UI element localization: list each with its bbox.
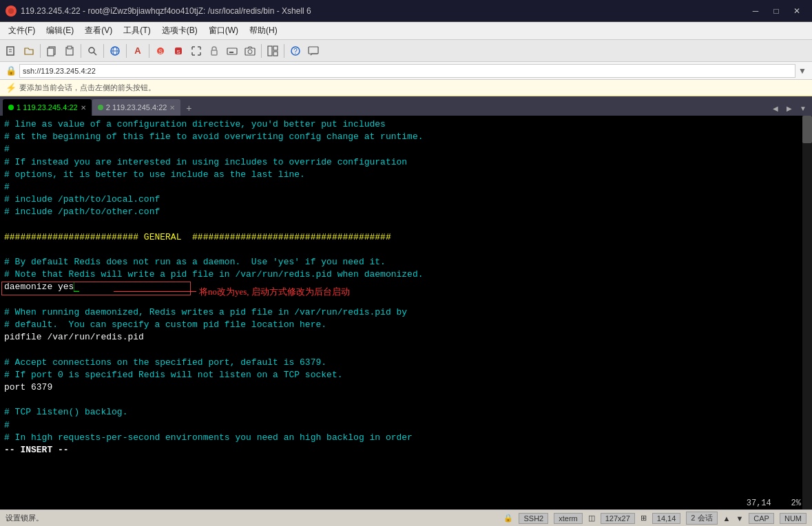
status-right: 🔒 SSH2 xterm ◫ 127x27 ⊞ 14,14 2 会话 ▲ ▼ C… [503,512,806,525]
toolbar-s1[interactable]: S [152,43,169,59]
tab-add-button[interactable]: + [181,101,196,116]
toolbar-fullscreen[interactable] [188,43,205,59]
tab-1-dot [8,105,14,110]
toolbar-paste[interactable] [61,43,78,59]
info-bar: ⚡ 要添加当前会话，点击左侧的箭头按钮。 [0,80,812,96]
svg-rect-7 [67,46,72,49]
status-size-icon: ◫ [588,514,595,523]
menu-file[interactable]: 文件(F) [3,23,41,38]
menu-view[interactable]: 查看(V) [79,23,118,38]
status-ssh-icon: 🔒 [503,514,513,523]
svg-text:S: S [158,48,163,55]
tab-1[interactable]: 1 119.23.245.4:22 ✕ [3,99,92,116]
status-protocol: SSH2 [519,513,548,524]
status-bar: 设置锁屏。 🔒 SSH2 xterm ◫ 127x27 ⊞ 14,14 2 会话… [0,509,812,526]
tab-2-label: 2 119.23.245.4:22 [106,103,167,112]
title-bar-left: 119.23.245.4:22 - root@iZwz9bjiawhqzf4oo… [6,6,311,17]
toolbar-font[interactable]: A [129,43,146,59]
address-lock-icon: 🔒 [6,65,17,76]
tab-2-dot [98,105,103,110]
address-bar: 🔒 ▼ [0,62,812,80]
tab-2-close[interactable]: ✕ [169,104,175,112]
svg-rect-27 [273,52,278,56]
toolbar-globe[interactable] [107,43,123,59]
app-icon [6,6,17,17]
toolbar: A S S ? [0,40,812,62]
toolbar-open[interactable] [21,43,37,59]
toolbar-search[interactable] [84,43,101,59]
toolbar-message[interactable] [305,43,322,59]
status-position: 14,14 [652,513,681,524]
address-dropdown-icon[interactable]: ▼ [798,66,806,76]
svg-line-9 [94,52,96,55]
svg-text:?: ? [293,48,298,55]
menu-help[interactable]: 帮助(H) [244,23,283,38]
tab-1-label: 1 119.23.245.4:22 [17,103,78,112]
status-scroll-down[interactable]: ▼ [736,514,743,523]
title-bar: 119.23.245.4:22 - root@iZwz9bjiawhqzf4oo… [0,0,812,22]
toolbar-sep2 [81,44,81,58]
status-scroll-up[interactable]: ▲ [723,514,731,523]
info-bar-text: 要添加当前会话，点击左侧的箭头按钮。 [19,83,156,93]
svg-rect-25 [268,46,272,56]
svg-rect-30 [309,47,318,54]
svg-rect-1 [7,47,14,55]
status-num: NUM [780,513,806,524]
line-position: 37,14 2% [747,498,801,509]
menu-bar: 文件(F) 编辑(E) 查看(V) 工具(T) 选项卡(B) 窗口(W) 帮助(… [0,22,812,40]
tab-next-button[interactable]: ▶ [783,102,795,114]
toolbar-new[interactable] [3,43,19,59]
minimize-button[interactable]: ─ [746,4,765,18]
toolbar-sep5 [149,44,149,58]
title-bar-text: 119.23.245.4:22 - root@iZwz9bjiawhqzf4oo… [21,6,311,16]
status-size: 127x27 [601,513,635,524]
tab-nav: ◀ ▶ ▼ [769,102,809,116]
toolbar-sep3 [103,44,104,58]
svg-point-8 [89,48,94,53]
toolbar-lock[interactable] [206,43,222,59]
toolbar-s2[interactable]: S [170,43,187,59]
status-sessions: 2 会话 [686,512,717,525]
svg-rect-18 [227,48,237,54]
toolbar-sep1 [40,44,41,58]
svg-point-0 [8,8,14,14]
tab-menu-button[interactable]: ▼ [797,102,809,114]
status-left-text: 设置锁屏。 [6,513,43,523]
toolbar-layout[interactable] [264,43,281,59]
toolbar-camera[interactable] [242,43,258,59]
tab-bar: 1 119.23.245.4:22 ✕ 2 119.23.245.4:22 ✕ … [0,96,812,116]
tab-1-close[interactable]: ✕ [81,104,86,112]
terminal-content: # line as value of a configuration direc… [4,118,808,456]
menu-edit[interactable]: 编辑(E) [41,23,79,38]
status-encoding: xterm [554,513,583,524]
info-warning-icon: ⚡ [6,83,17,93]
tab-2[interactable]: 2 119.23.245.4:22 ✕ [92,99,181,116]
svg-rect-26 [273,46,278,50]
status-pos-icon: ⊞ [641,514,647,523]
svg-text:S: S [176,49,180,55]
menu-tabs[interactable]: 选项卡(B) [156,23,203,38]
svg-rect-5 [48,48,54,56]
svg-point-24 [248,50,252,54]
address-input[interactable] [19,64,795,78]
menu-window[interactable]: 窗口(W) [203,23,244,38]
svg-rect-17 [211,50,217,55]
toolbar-sep6 [261,44,262,58]
title-bar-controls: ─ □ ✕ [746,4,806,18]
close-button[interactable]: ✕ [787,4,806,18]
toolbar-sep4 [126,44,127,58]
terminal[interactable]: # line as value of a configuration direc… [0,116,812,509]
menu-tools[interactable]: 工具(T) [118,23,156,38]
tab-prev-button[interactable]: ◀ [769,102,782,114]
maximize-button[interactable]: □ [767,4,786,18]
scrollbar-thumb[interactable] [802,116,812,143]
status-caps: CAP [749,513,774,524]
toolbar-help[interactable]: ? [287,43,304,59]
toolbar-copy[interactable] [43,43,60,59]
toolbar-keyboard[interactable] [224,43,240,59]
toolbar-sep7 [284,44,284,58]
terminal-scrollbar[interactable] [802,116,812,509]
